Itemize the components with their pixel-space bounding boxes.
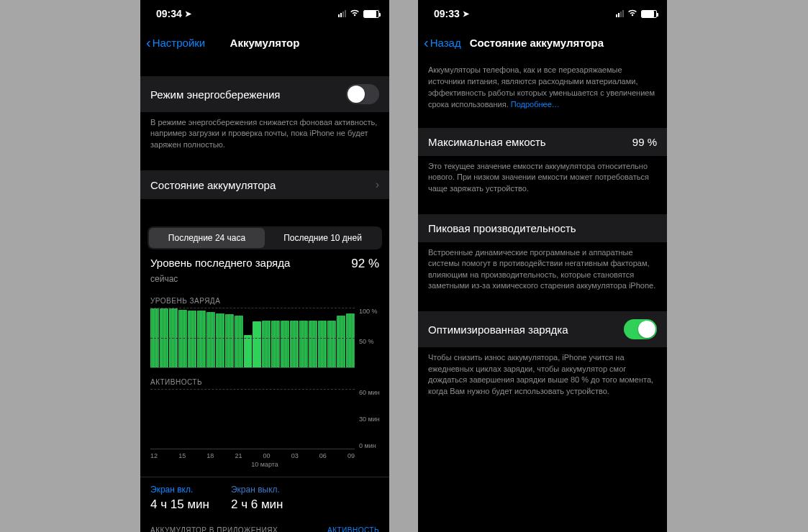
chart-activity-title: АКТИВНОСТЬ: [140, 368, 389, 389]
y-50: 50 %: [359, 338, 383, 345]
chart-activity: 60 мин 30 мин 0 мин: [140, 389, 389, 449]
chart-level-title: УРОВЕНЬ ЗАРЯДА: [140, 287, 389, 308]
last-charge-block: Уровень последнего заряда 92 % сейчас: [140, 249, 389, 287]
back-button[interactable]: ‹ Назад: [424, 35, 461, 50]
back-label: Настройки: [153, 37, 206, 49]
page-title: Аккумулятор: [230, 37, 300, 49]
peak-performance-footer: Встроенные динамические программные и ап…: [418, 242, 667, 302]
status-bar: 09:33 ➤: [418, 0, 667, 27]
apps-header-label: АККУМУЛЯТОР В ПРИЛОЖЕНИЯХ: [150, 526, 278, 532]
optimized-charging-label: Оптимизированная зарядка: [428, 324, 568, 336]
y-100: 100 %: [359, 308, 383, 315]
low-power-footer: В режиме энергосбережения снижается фоно…: [140, 112, 389, 160]
status-bar: 09:34 ➤: [140, 0, 389, 27]
chart-x-date: 10 марта: [140, 459, 389, 474]
location-icon: ➤: [185, 9, 191, 19]
chart-level: 100 % 50 %: [140, 308, 389, 368]
nav-bar: ‹ Назад Состояние аккумулятора: [418, 27, 667, 58]
apps-section-header: АККУМУЛЯТОР В ПРИЛОЖЕНИЯХ АКТИВНОСТЬ: [140, 520, 389, 532]
time-range-segmented[interactable]: Последние 24 часа Последние 10 дней: [147, 226, 382, 249]
chevron-left-icon: ‹: [146, 35, 151, 50]
optimized-charging-toggle[interactable]: [624, 319, 657, 339]
last-charge-title: Уровень последнего заряда: [150, 257, 290, 270]
cellular-icon: [338, 10, 346, 17]
back-button[interactable]: ‹ Настройки: [146, 35, 205, 50]
wifi-icon: [627, 8, 637, 19]
battery-health-row[interactable]: Состояние аккумулятора ›: [140, 170, 389, 199]
seg-10d[interactable]: Последние 10 дней: [265, 228, 381, 248]
phone-battery-screen: 09:34 ➤ ‹ Настройки Аккумулятор Режим эн…: [140, 0, 389, 532]
page-title: Состояние аккумулятора: [470, 37, 604, 49]
apps-header-link[interactable]: АКТИВНОСТЬ: [327, 526, 379, 532]
phone-battery-health-screen: 09:33 ➤ ‹ Назад Состояние аккумулятора А…: [418, 0, 667, 532]
battery-health-label: Состояние аккумулятора: [150, 179, 276, 191]
seg-24h[interactable]: Последние 24 часа: [149, 228, 265, 248]
screen-on-label: Экран вкл.: [150, 485, 209, 495]
screen-off-value: 2 ч 6 мин: [231, 497, 283, 512]
cellular-icon: [616, 10, 624, 17]
optimized-charging-footer: Чтобы снизить износ аккумулятора, iPhone…: [418, 347, 667, 407]
max-capacity-value: 99 %: [632, 136, 657, 148]
y-30m: 30 мин: [359, 416, 383, 423]
screen-on-value: 4 ч 15 мин: [150, 497, 209, 512]
status-time: 09:34: [156, 8, 182, 19]
wifi-icon: [350, 8, 360, 19]
chart-x-axis: 1215182100030609: [140, 449, 389, 459]
learn-more-link[interactable]: Подробнее…: [511, 100, 560, 109]
location-icon: ➤: [463, 9, 469, 19]
peak-performance-label: Пиковая производительность: [428, 222, 576, 234]
y-0m: 0 мин: [359, 442, 383, 449]
max-capacity-footer: Это текущее значение емкости аккумулятор…: [418, 156, 667, 204]
screen-off-label: Экран выкл.: [231, 485, 283, 495]
screen-time-stats: Экран вкл. 4 ч 15 мин Экран выкл. 2 ч 6 …: [140, 477, 389, 520]
last-charge-value: 92 %: [351, 257, 379, 271]
last-charge-sub: сейчас: [150, 274, 379, 284]
intro-text: Аккумуляторы телефона, как и все перезар…: [418, 58, 667, 118]
battery-icon: [641, 10, 657, 18]
chevron-right-icon: ›: [376, 178, 379, 191]
low-power-toggle[interactable]: [346, 84, 379, 104]
peak-performance-row: Пиковая производительность: [418, 214, 667, 242]
low-power-label: Режим энергосбережения: [150, 88, 280, 101]
battery-icon: [363, 10, 379, 18]
low-power-mode-row[interactable]: Режим энергосбережения: [140, 76, 389, 112]
back-label: Назад: [430, 37, 461, 49]
max-capacity-label: Максимальная емкость: [428, 136, 546, 148]
optimized-charging-row[interactable]: Оптимизированная зарядка: [418, 311, 667, 347]
chevron-left-icon: ‹: [424, 35, 429, 50]
max-capacity-row: Максимальная емкость 99 %: [418, 128, 667, 156]
y-60m: 60 мин: [359, 389, 383, 396]
nav-bar: ‹ Настройки Аккумулятор: [140, 27, 389, 58]
status-time: 09:33: [434, 8, 460, 19]
